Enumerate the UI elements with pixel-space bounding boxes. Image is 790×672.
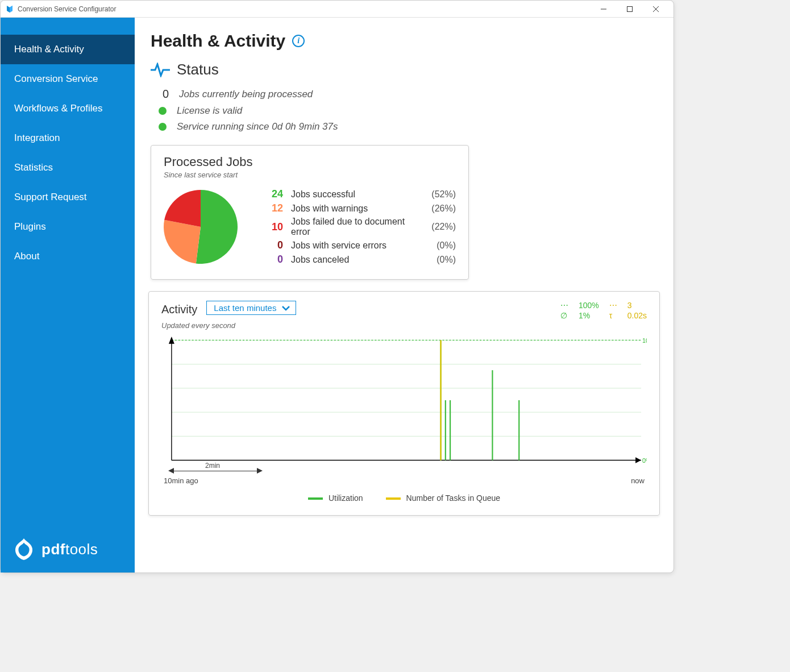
activity-stats: ⋯100% ⋯3 ∅1% τ0.02s xyxy=(560,301,647,320)
jobs-processing-count: 0 xyxy=(159,88,169,101)
x-right-label: now xyxy=(631,476,645,485)
sidebar-item-workflows-profiles[interactable]: Workflows & Profiles xyxy=(1,94,135,123)
x-left-label: 10min ago xyxy=(164,476,198,485)
activity-legend: Utilization Number of Tasks in Queue xyxy=(161,493,647,503)
processed-jobs-title: Processed Jobs xyxy=(164,155,456,169)
status-jobs-processing: 0 Jobs currently being processed xyxy=(159,85,658,103)
maximize-button[interactable] xyxy=(617,1,643,17)
app-icon xyxy=(5,5,14,14)
sidebar-item-about[interactable]: About xyxy=(1,242,135,271)
legend-swatch-yellow-icon xyxy=(386,497,401,500)
job-stat-row: 0Jobs with service errors(0%) xyxy=(266,238,456,252)
activity-range-dropdown[interactable]: Last ten minutes xyxy=(206,301,296,315)
job-stat-row: 0Jobs canceled(0%) xyxy=(266,252,456,267)
status-list: 0 Jobs currently being processed License… xyxy=(151,85,658,135)
status-heading: Status xyxy=(151,61,658,78)
logo-icon xyxy=(12,537,36,561)
svg-text:0%: 0% xyxy=(642,457,647,463)
svg-marker-12 xyxy=(635,457,641,463)
sidebar: Health & ActivityConversion ServiceWorkf… xyxy=(1,18,135,573)
status-dot-green-icon xyxy=(159,123,167,131)
info-icon[interactable]: i xyxy=(292,35,305,47)
status-uptime: Service running since 0d 0h 9min 37s xyxy=(159,119,658,135)
logo-text-light: tools xyxy=(65,541,98,558)
svg-marker-24 xyxy=(257,468,263,474)
status-dot-green-icon xyxy=(159,107,167,115)
main-content: Health & Activity i Status 0 Jobs curren… xyxy=(135,18,673,573)
sidebar-item-conversion-service[interactable]: Conversion Service xyxy=(1,64,135,94)
svg-text:100%: 100% xyxy=(642,337,647,343)
sidebar-item-plugins[interactable]: Plugins xyxy=(1,212,135,242)
titlebar: Conversion Service Configurator xyxy=(1,1,673,18)
activity-title: Activity xyxy=(161,301,197,318)
page-title: Health & Activity i xyxy=(151,31,658,51)
job-stat-row: 24Jobs successful(52%) xyxy=(266,187,456,201)
activity-chart: 100%0% 2min 10min ago now xyxy=(161,335,647,483)
activity-subtitle: Updated every second xyxy=(161,321,647,330)
sidebar-item-integration[interactable]: Integration xyxy=(1,123,135,153)
sidebar-item-statistics[interactable]: Statistics xyxy=(1,153,135,182)
svg-rect-1 xyxy=(627,6,633,11)
close-button[interactable] xyxy=(643,1,669,17)
app-window: Conversion Service Configurator Health &… xyxy=(0,0,674,573)
sidebar-item-support-request[interactable]: Support Request xyxy=(1,182,135,212)
brand-logo: pdftools xyxy=(12,537,98,561)
status-license: License is valid xyxy=(159,103,658,119)
processed-jobs-subtitle: Since last service start xyxy=(164,171,456,179)
processed-jobs-card: Processed Jobs Since last service start … xyxy=(151,145,469,280)
window-title: Conversion Service Configurator xyxy=(18,5,116,13)
logo-text-bold: pdf xyxy=(41,541,65,558)
time-scale: 2min xyxy=(169,466,647,476)
legend-swatch-green-icon xyxy=(308,497,323,500)
job-stat-row: 10Jobs failed due to document error(22%) xyxy=(266,215,456,238)
processed-jobs-table: 24Jobs successful(52%)12Jobs with warnin… xyxy=(266,187,456,267)
processed-jobs-pie-chart xyxy=(164,190,238,264)
sidebar-item-health-activity[interactable]: Health & Activity xyxy=(1,35,135,64)
activity-card: Activity Last ten minutes ⋯100% ⋯3 ∅1% τ… xyxy=(148,291,660,516)
job-stat-row: 12Jobs with warnings(26%) xyxy=(266,201,456,215)
pulse-icon xyxy=(151,63,170,77)
chevron-down-icon xyxy=(282,305,290,311)
minimize-button[interactable] xyxy=(591,1,617,17)
